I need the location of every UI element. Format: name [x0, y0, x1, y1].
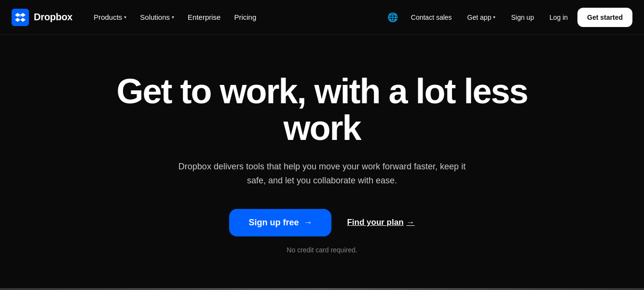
- logo-link[interactable]: Dropbox: [12, 9, 72, 26]
- globe-icon: 🌐: [387, 12, 398, 23]
- hero-cta-group: Sign up free → Find your plan →: [229, 209, 414, 236]
- get-started-button[interactable]: Get started: [577, 8, 632, 27]
- language-selector-button[interactable]: 🌐: [384, 9, 401, 26]
- nav-solutions[interactable]: Solutions ▾: [134, 9, 180, 25]
- find-plan-arrow: →: [407, 218, 415, 227]
- nav-left: Dropbox Products ▾ Solutions ▾ Enterpris…: [12, 9, 262, 26]
- products-chevron-icon: ▾: [124, 14, 126, 20]
- dropbox-svg-icon: [15, 12, 26, 23]
- nav-pricing[interactable]: Pricing: [228, 9, 262, 25]
- sign-up-free-arrow: →: [303, 218, 312, 228]
- hero-subtitle: Dropbox delivers tools that help you mov…: [173, 160, 472, 188]
- brand-name: Dropbox: [34, 12, 72, 23]
- find-your-plan-link[interactable]: Find your plan →: [347, 218, 414, 227]
- hero-title: Get to work, with a lot less work: [105, 73, 539, 146]
- bottom-bar: [0, 288, 644, 290]
- find-plan-label: Find your plan: [347, 218, 403, 227]
- disclaimer-text: No credit card required.: [287, 246, 357, 254]
- navbar: Dropbox Products ▾ Solutions ▾ Enterpris…: [0, 0, 644, 35]
- sign-up-free-button[interactable]: Sign up free →: [229, 209, 331, 236]
- nav-enterprise[interactable]: Enterprise: [182, 9, 226, 25]
- nav-links: Products ▾ Solutions ▾ Enterprise Pricin…: [88, 9, 262, 25]
- log-in-link[interactable]: Log in: [544, 10, 574, 25]
- nav-right: 🌐 Contact sales Get app ▾ Sign up Log in…: [384, 8, 632, 27]
- hero-section: Get to work, with a lot less work Dropbo…: [0, 35, 644, 283]
- dropbox-logo-icon: [12, 9, 29, 26]
- nav-enterprise-label: Enterprise: [188, 13, 220, 21]
- sign-up-free-label: Sign up free: [248, 218, 299, 228]
- nav-products[interactable]: Products ▾: [88, 9, 132, 25]
- nav-pricing-label: Pricing: [234, 13, 256, 21]
- get-app-link[interactable]: Get app ▾: [462, 10, 502, 25]
- nav-products-label: Products: [94, 13, 122, 21]
- get-app-chevron-icon: ▾: [493, 14, 495, 20]
- contact-sales-link[interactable]: Contact sales: [405, 10, 458, 25]
- solutions-chevron-icon: ▾: [172, 14, 174, 20]
- sign-up-link[interactable]: Sign up: [505, 10, 539, 25]
- nav-solutions-label: Solutions: [140, 13, 170, 21]
